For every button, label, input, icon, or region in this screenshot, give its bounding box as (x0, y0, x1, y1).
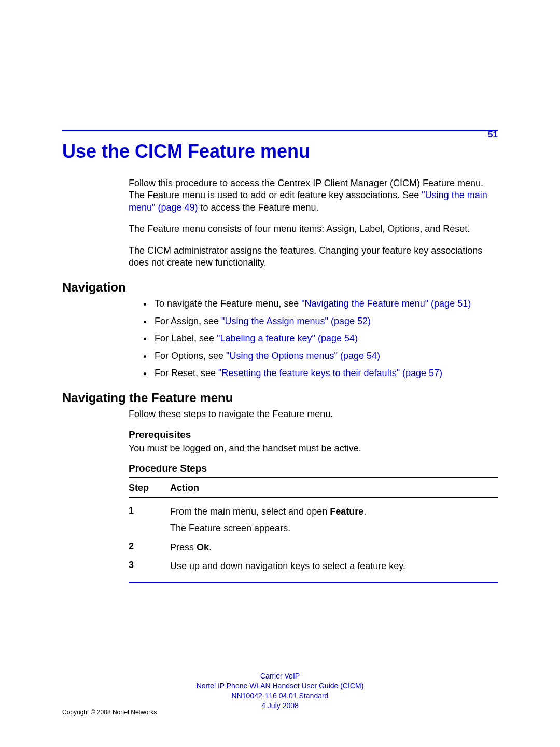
intro-para-2: The Feature menu consists of four menu i… (129, 223, 498, 235)
nav-item-5: For Reset, see "Resetting the feature ke… (152, 367, 498, 379)
navmenu-intro-text: Follow these steps to navigate the Featu… (129, 408, 498, 420)
title-rule-bottom (62, 170, 498, 170)
title-rule-top (62, 130, 498, 131)
intro-p1-b: to access the Feature menu. (198, 202, 318, 213)
nav-item-2: For Assign, see "Using the Assign menus"… (152, 315, 498, 327)
nav-item-4: For Options, see "Using the Options menu… (152, 350, 498, 362)
table-rule-top (129, 477, 498, 478)
nav-item-3-pre: For Label, see (155, 333, 217, 343)
footer-line-1: Carrier VoIP (0, 671, 560, 681)
nav-item-3: For Label, see "Labeling a feature key" … (152, 333, 498, 344)
nav-item-5-pre: For Reset, see (155, 368, 218, 378)
table-row: 2 Press Ok. (129, 538, 498, 557)
navigation-list: To navigate the Feature menu, see "Navig… (129, 298, 498, 379)
step-1-bold: Feature (330, 506, 363, 517)
procedure-steps-heading: Procedure Steps (129, 463, 498, 474)
intro-para-1: Follow this procedure to access the Cent… (129, 177, 498, 214)
prerequisites-text: You must be logged on, and the handset m… (129, 442, 498, 454)
step-2-text-a: Press (170, 542, 197, 552)
table-row: 1 From the main menu, select and open Fe… (129, 502, 498, 538)
nav-item-1-pre: To navigate the Feature menu, see (155, 298, 301, 309)
intro-block: Follow this procedure to access the Cent… (129, 177, 498, 269)
nav-item-2-pre: For Assign, see (155, 316, 221, 326)
footer-line-2: Nortel IP Phone WLAN Handset User Guide … (0, 681, 560, 691)
navigation-heading: Navigation (62, 280, 498, 295)
nav-item-4-pre: For Options, see (155, 351, 226, 361)
page-number: 51 (488, 130, 498, 140)
step-action: Press Ok. (170, 541, 498, 554)
step-1-text-a: From the main menu, select and open (170, 506, 330, 517)
intro-para-3: The CICM administrator assigns the featu… (129, 245, 498, 269)
step-2-bold: Ok (197, 542, 209, 552)
copyright-text: Copyright © 2008 Nortel Networks (62, 709, 157, 716)
footer-rule (129, 582, 498, 583)
table-row: 3 Use up and down navigation keys to sel… (129, 557, 498, 575)
table-header-action: Action (170, 482, 498, 493)
step-number: 3 (129, 560, 170, 571)
page-title: Use the CICM Feature menu (62, 141, 498, 162)
link-options-menus[interactable]: "Using the Options menus" (page 54) (226, 351, 380, 361)
step-number: 1 (129, 505, 170, 516)
prerequisites-block: You must be logged on, and the handset m… (129, 442, 498, 454)
step-1-text-c: . (363, 506, 366, 517)
nav-item-1: To navigate the Feature menu, see "Navig… (152, 298, 498, 310)
navigation-block: To navigate the Feature menu, see "Navig… (129, 298, 498, 379)
procedure-steps-table: Step Action 1 From the main menu, select… (129, 477, 498, 575)
page-footer: Carrier VoIP Nortel IP Phone WLAN Handse… (0, 666, 560, 711)
step-1-sub: The Feature screen appears. (170, 522, 498, 534)
prerequisites-heading: Prerequisites (129, 429, 498, 440)
step-action: From the main menu, select and open Feat… (170, 505, 498, 535)
footer-line-3: NN10042-116 04.01 Standard (0, 691, 560, 701)
table-rule-header (129, 497, 498, 498)
table-header-row: Step Action (129, 480, 498, 495)
step-action: Use up and down navigation keys to selec… (170, 560, 498, 572)
table-header-step: Step (129, 482, 170, 493)
link-resetting-feature-keys[interactable]: "Resetting the feature keys to their def… (218, 368, 442, 378)
link-labeling-feature-key[interactable]: "Labeling a feature key" (page 54) (217, 333, 358, 343)
step-2-text-c: . (209, 542, 212, 552)
navigating-feature-menu-heading: Navigating the Feature menu (62, 391, 498, 405)
link-nav-feature-menu[interactable]: "Navigating the Feature menu" (page 51) (301, 298, 471, 309)
step-number: 2 (129, 541, 170, 552)
navmenu-intro: Follow these steps to navigate the Featu… (129, 408, 498, 420)
link-assign-menus[interactable]: "Using the Assign menus" (page 52) (221, 316, 371, 326)
step-3-text-a: Use up and down navigation keys to selec… (170, 561, 405, 571)
document-page: 51 Use the CICM Feature menu Follow this… (0, 0, 560, 747)
